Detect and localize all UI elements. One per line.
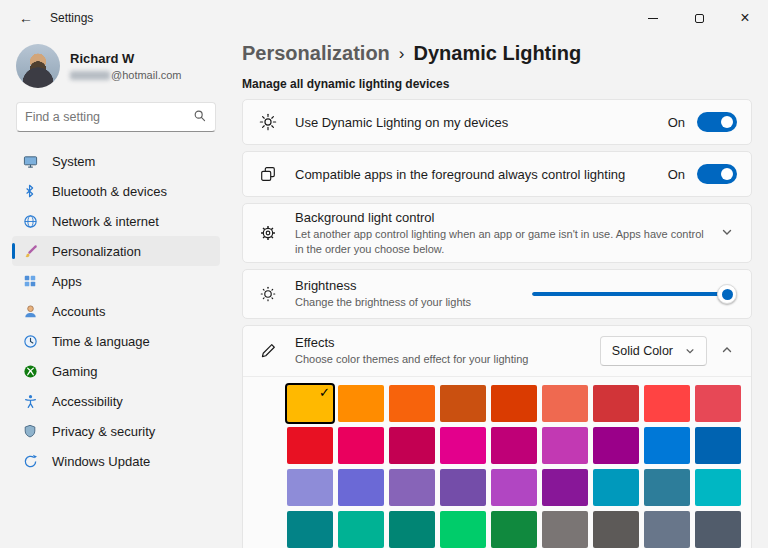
color-swatch[interactable] bbox=[542, 427, 588, 464]
sidebar-item-network[interactable]: Network & internet bbox=[12, 206, 220, 236]
color-swatch[interactable] bbox=[389, 469, 435, 506]
privacy-icon bbox=[22, 424, 38, 438]
email-redacted-blur bbox=[70, 71, 110, 80]
color-swatch[interactable] bbox=[389, 385, 435, 422]
color-swatch[interactable] bbox=[593, 385, 639, 422]
sidebar-item-apps[interactable]: Apps bbox=[12, 266, 220, 296]
toggle-state-label: On bbox=[668, 115, 685, 130]
user-profile[interactable]: Richard W @hotmail.com bbox=[12, 38, 220, 100]
effects-header[interactable]: Effects Choose color themes and effect f… bbox=[243, 326, 751, 376]
effects-color-grid: ✓ bbox=[287, 385, 735, 548]
color-swatch[interactable] bbox=[338, 511, 384, 548]
color-swatch[interactable] bbox=[644, 427, 690, 464]
chevron-down-icon bbox=[685, 344, 695, 359]
color-swatch[interactable] bbox=[287, 469, 333, 506]
maximize-icon bbox=[695, 14, 704, 23]
brightness-slider[interactable] bbox=[532, 284, 737, 304]
brightness-slider-thumb[interactable] bbox=[717, 284, 737, 304]
sidebar-item-label: Accounts bbox=[52, 304, 105, 319]
sidebar-item-accessibility[interactable]: Accessibility bbox=[12, 386, 220, 416]
back-icon: ← bbox=[19, 10, 33, 26]
back-button[interactable]: ← bbox=[10, 5, 42, 31]
toggle-knob bbox=[721, 168, 733, 180]
selected-check-icon: ✓ bbox=[319, 385, 330, 400]
color-swatch[interactable] bbox=[389, 427, 435, 464]
search-box[interactable] bbox=[16, 102, 216, 132]
toggle-state-label: On bbox=[668, 167, 685, 182]
color-swatch[interactable] bbox=[287, 511, 333, 548]
card-description: Let another app control lighting when an… bbox=[295, 227, 705, 257]
sidebar-item-windows-update[interactable]: Windows Update bbox=[12, 446, 220, 476]
color-swatch-selected[interactable]: ✓ bbox=[287, 385, 333, 422]
color-swatch[interactable] bbox=[542, 511, 588, 548]
close-button[interactable]: × bbox=[722, 0, 768, 36]
color-swatch[interactable] bbox=[440, 469, 486, 506]
sidebar-item-privacy[interactable]: Privacy & security bbox=[12, 416, 220, 446]
gear-icon bbox=[259, 224, 279, 242]
breadcrumb-parent[interactable]: Personalization bbox=[242, 42, 390, 65]
dynamic-lighting-toggle[interactable] bbox=[697, 112, 737, 132]
search-input[interactable] bbox=[25, 110, 193, 124]
sun-icon bbox=[259, 113, 279, 131]
color-swatch[interactable] bbox=[695, 469, 741, 506]
titlebar: ← Settings × bbox=[0, 0, 768, 36]
foreground-apps-toggle[interactable] bbox=[697, 164, 737, 184]
color-swatch[interactable] bbox=[338, 427, 384, 464]
color-swatch[interactable] bbox=[644, 385, 690, 422]
sidebar-item-accounts[interactable]: Accounts bbox=[12, 296, 220, 326]
network-icon bbox=[22, 214, 38, 229]
card-foreground-apps: Compatible apps in the foreground always… bbox=[242, 151, 752, 197]
sidebar-item-label: Apps bbox=[52, 274, 82, 289]
sidebar-item-bluetooth[interactable]: Bluetooth & devices bbox=[12, 176, 220, 206]
color-swatch[interactable] bbox=[389, 511, 435, 548]
color-swatch[interactable] bbox=[287, 427, 333, 464]
effects-mode-dropdown[interactable]: Solid Color bbox=[600, 336, 707, 366]
color-swatch[interactable] bbox=[491, 427, 537, 464]
color-swatch[interactable] bbox=[542, 469, 588, 506]
sidebar: Richard W @hotmail.com System bbox=[0, 36, 232, 548]
color-swatch[interactable] bbox=[593, 469, 639, 506]
chevron-up-icon bbox=[721, 344, 733, 359]
color-swatch[interactable] bbox=[338, 469, 384, 506]
color-swatch[interactable] bbox=[593, 427, 639, 464]
card-title: Use Dynamic Lighting on my devices bbox=[295, 115, 656, 130]
sidebar-item-label: System bbox=[52, 154, 95, 169]
color-swatch[interactable] bbox=[440, 511, 486, 548]
color-swatch[interactable] bbox=[644, 511, 690, 548]
color-swatch[interactable] bbox=[491, 469, 537, 506]
gaming-icon bbox=[22, 364, 38, 379]
color-swatch[interactable] bbox=[644, 469, 690, 506]
color-swatch[interactable] bbox=[440, 427, 486, 464]
color-swatch[interactable] bbox=[491, 385, 537, 422]
sidebar-item-label: Windows Update bbox=[52, 454, 150, 469]
sidebar-item-personalization[interactable]: Personalization bbox=[12, 236, 220, 266]
color-swatch[interactable] bbox=[491, 511, 537, 548]
accessibility-icon bbox=[22, 394, 38, 409]
sidebar-item-system[interactable]: System bbox=[12, 146, 220, 176]
color-swatch[interactable] bbox=[695, 385, 741, 422]
close-icon: × bbox=[740, 10, 749, 26]
card-brightness: Brightness Change the brightness of your… bbox=[242, 269, 752, 319]
sidebar-item-time-language[interactable]: Time & language bbox=[12, 326, 220, 356]
avatar bbox=[16, 44, 60, 88]
system-icon bbox=[22, 154, 38, 169]
settings-window: ← Settings × Richard W @hotmail.com bbox=[0, 0, 768, 548]
expand-button[interactable] bbox=[717, 222, 737, 245]
color-swatch[interactable] bbox=[542, 385, 588, 422]
color-swatch[interactable] bbox=[593, 511, 639, 548]
breadcrumb: Personalization › Dynamic Lighting bbox=[242, 42, 752, 65]
pencil-icon bbox=[259, 342, 279, 360]
color-swatch[interactable] bbox=[338, 385, 384, 422]
maximize-button[interactable] bbox=[676, 0, 722, 36]
card-background-light-control[interactable]: Background light control Let another app… bbox=[242, 203, 752, 263]
sidebar-item-gaming[interactable]: Gaming bbox=[12, 356, 220, 386]
brightness-slider-track bbox=[532, 292, 737, 296]
color-swatch[interactable] bbox=[695, 511, 741, 548]
brightness-icon bbox=[259, 285, 279, 303]
dropdown-selected-value: Solid Color bbox=[612, 344, 673, 358]
collapse-button[interactable] bbox=[717, 340, 737, 363]
color-swatch[interactable] bbox=[440, 385, 486, 422]
minimize-button[interactable] bbox=[630, 0, 676, 36]
foreground-apps-icon bbox=[259, 165, 279, 183]
color-swatch[interactable] bbox=[695, 427, 741, 464]
